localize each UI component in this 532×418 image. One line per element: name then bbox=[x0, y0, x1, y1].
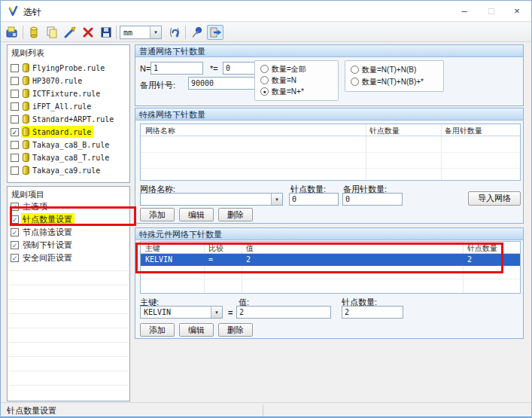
spare-qty-input[interactable] bbox=[342, 193, 403, 206]
checkbox[interactable] bbox=[11, 141, 19, 149]
chevron-down-icon[interactable]: ▼ bbox=[211, 307, 222, 318]
equals-sign: = bbox=[228, 308, 233, 317]
rule-database-icon[interactable] bbox=[26, 25, 42, 40]
grid-line bbox=[141, 168, 520, 169]
radio-icon[interactable] bbox=[351, 78, 359, 86]
import-network-button[interactable]: 导入网络 bbox=[468, 191, 521, 206]
rule-item[interactable]: ✓ 主选项 bbox=[9, 200, 128, 212]
column-header: 网络名称 bbox=[145, 126, 175, 136]
add-button[interactable]: 添加 bbox=[140, 323, 175, 337]
special-component-table[interactable]: 主键 比较 值 针点数量 KELVIN = 2 2 bbox=[140, 241, 521, 294]
checkbox[interactable]: ✓ bbox=[11, 241, 19, 249]
checkbox[interactable] bbox=[11, 102, 19, 111]
rule-list-item[interactable]: FlyingProbe.rule bbox=[9, 62, 128, 74]
probe-icon[interactable] bbox=[62, 25, 78, 40]
delete-button[interactable]: 删除 bbox=[218, 323, 253, 337]
value-input[interactable] bbox=[236, 306, 331, 319]
edit-button[interactable]: 编辑 bbox=[179, 323, 214, 337]
refresh-icon[interactable] bbox=[166, 25, 183, 40]
pin-qty-input[interactable] bbox=[289, 193, 339, 206]
rule-label: Takaya_ca8_B.rule bbox=[32, 141, 109, 149]
rule-list-item[interactable]: Takaya_ca8_T.rule bbox=[9, 151, 128, 163]
checkbox[interactable] bbox=[11, 64, 19, 72]
checkbox[interactable]: ✓ bbox=[11, 128, 19, 136]
grid-line bbox=[9, 299, 128, 300]
checkbox[interactable] bbox=[11, 90, 19, 98]
rule-list-item[interactable]: HP3070.rule bbox=[9, 75, 128, 87]
toolbar: mm ▼ bbox=[1, 23, 531, 42]
unit-value: mm bbox=[120, 29, 150, 37]
rule-list-item[interactable]: Takaya_ca8_B.rule bbox=[9, 139, 128, 151]
grid-line bbox=[9, 356, 128, 357]
rule-item[interactable]: ✓ 强制下针设置 bbox=[9, 239, 128, 251]
pushpin-icon[interactable] bbox=[189, 25, 205, 40]
checkbox[interactable] bbox=[11, 77, 19, 85]
radio-icon[interactable] bbox=[351, 66, 359, 74]
minimize-button[interactable]: – bbox=[451, 1, 478, 22]
rule-item-label: 针点数量设置 bbox=[23, 214, 72, 225]
radio-label: 数量=N+* bbox=[272, 87, 304, 97]
column-header: 值 bbox=[246, 243, 254, 254]
app-icon bbox=[8, 5, 20, 17]
cell-value: 2 bbox=[246, 255, 251, 264]
checkbox[interactable] bbox=[11, 115, 19, 124]
unit-dropdown[interactable]: mm ▼ bbox=[120, 26, 162, 39]
checkbox[interactable]: ✓ bbox=[11, 203, 19, 211]
delete-icon[interactable] bbox=[80, 25, 96, 40]
rule-list-item[interactable]: ICTFixture.rule bbox=[9, 87, 128, 99]
section-header: 普通网络下针数量 bbox=[135, 45, 523, 57]
chevron-down-icon[interactable]: ▼ bbox=[271, 194, 282, 205]
checkbox[interactable]: ✓ bbox=[11, 254, 19, 262]
rule-item[interactable]: ✓ 安全间距设置 bbox=[9, 252, 128, 264]
radio-icon[interactable] bbox=[260, 65, 269, 73]
radio-option[interactable]: 数量=N bbox=[260, 75, 296, 85]
checkbox[interactable] bbox=[11, 166, 19, 175]
apply-exit-icon[interactable] bbox=[207, 25, 223, 40]
key-dropdown[interactable]: KELVIN ▼ bbox=[140, 306, 223, 319]
table-row-selected[interactable]: KELVIN = 2 2 bbox=[141, 254, 520, 266]
special-network-table[interactable]: 网络名称 针点数量 备用针数量 bbox=[140, 124, 521, 181]
checkbox[interactable]: ✓ bbox=[11, 215, 19, 224]
n-input[interactable] bbox=[150, 62, 203, 75]
radio-label: 数量=N(T)+N(B)+* bbox=[362, 77, 424, 87]
copy-rule-icon[interactable] bbox=[44, 25, 60, 40]
open-rule-icon[interactable] bbox=[4, 25, 20, 40]
select-pin-window: 选针 – □ × bbox=[0, 0, 532, 418]
chevron-down-icon[interactable]: ▼ bbox=[150, 26, 161, 38]
save-icon[interactable] bbox=[98, 25, 114, 40]
radio-option[interactable]: 数量=全部 bbox=[260, 64, 306, 74]
titlebar: 选针 – □ × bbox=[1, 1, 531, 22]
radio-option-selected[interactable]: ● 数量=N+* bbox=[260, 87, 304, 96]
rule-list-item[interactable]: Standard+ARPT.rule bbox=[9, 113, 128, 125]
n-label: N= bbox=[140, 64, 150, 73]
grid-line bbox=[242, 242, 242, 293]
grid-line bbox=[141, 136, 520, 136]
section-header: 特殊元件网络下针数量 bbox=[135, 228, 523, 240]
rule-list-item-selected[interactable]: ✓ Standard.rule bbox=[9, 126, 128, 138]
radio-option[interactable]: 数量=N(T)+N(B)+* bbox=[351, 77, 424, 87]
rule-list-item[interactable]: iFPT_All.rule bbox=[9, 100, 128, 112]
rule-item-selected[interactable]: ✓ 针点数量设置 bbox=[9, 213, 128, 225]
grid-line bbox=[204, 242, 205, 293]
rule-list-item[interactable]: Takaya_ca9.rule bbox=[9, 164, 128, 176]
toolbar-separator bbox=[185, 26, 186, 39]
checkbox[interactable] bbox=[11, 154, 19, 162]
checkbox[interactable]: ✓ bbox=[11, 228, 19, 236]
edit-button[interactable]: 编辑 bbox=[179, 208, 214, 221]
radio-icon[interactable] bbox=[260, 76, 269, 84]
pin-qty-input[interactable] bbox=[342, 306, 403, 319]
grid-line bbox=[9, 342, 128, 343]
grid-line bbox=[9, 285, 128, 285]
rule-item-label: 主选项 bbox=[23, 201, 47, 212]
add-button[interactable]: 添加 bbox=[140, 208, 175, 221]
close-button[interactable]: × bbox=[503, 1, 530, 22]
radio-option[interactable]: 数量=N(T)+N(B) bbox=[351, 65, 416, 75]
delete-button[interactable]: 删除 bbox=[218, 208, 253, 221]
radio-label: 数量=全部 bbox=[272, 64, 306, 75]
window-title: 选针 bbox=[23, 6, 41, 19]
radio-icon[interactable]: ● bbox=[260, 87, 269, 96]
rule-item[interactable]: ✓ 节点筛选设置 bbox=[9, 226, 128, 238]
column-header: 主键 bbox=[145, 243, 160, 254]
net-name-dropdown[interactable]: ▼ bbox=[140, 193, 283, 206]
grid-line bbox=[463, 242, 464, 293]
